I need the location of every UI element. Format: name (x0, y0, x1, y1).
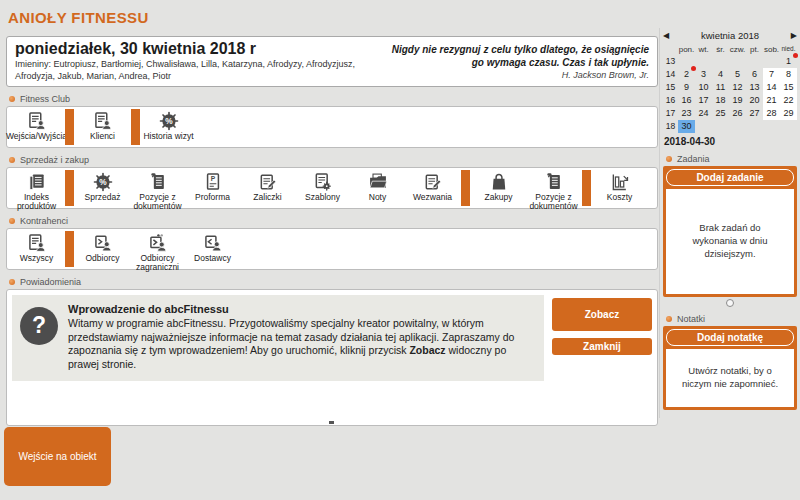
calendar-day-10[interactable]: 10 (695, 81, 712, 94)
calendar-empty-cell (729, 120, 746, 133)
toolbar-separator (461, 170, 470, 206)
section-label: Kontrahenci (20, 216, 68, 226)
notification-body: Witamy w programie abcFitnessu. Przygoto… (68, 317, 534, 372)
tool-item-label: Zakupy (485, 193, 513, 202)
calendar-day-16[interactable]: 16 (678, 94, 695, 107)
tool-item-dostawcy[interactable]: Dostawcy (185, 231, 240, 267)
calendar-day-4[interactable]: 4 (712, 68, 729, 81)
calendar-day-3[interactable]: 3 (695, 68, 712, 81)
calendar-empty-cell (746, 120, 763, 133)
products-index-icon (27, 172, 47, 192)
calendar-day-18[interactable]: 18 (712, 94, 729, 107)
calendar-day-header: śr. (712, 43, 729, 55)
section-label: Fitness Club (20, 94, 70, 104)
calendar-day-5[interactable]: 5 (729, 68, 746, 81)
facility-entry-button[interactable]: Wejście na obiekt (4, 427, 111, 486)
calendar-empty-cell (763, 55, 780, 68)
tool-item-proforma[interactable]: PProforma (185, 170, 240, 206)
tool-item-wszyscy[interactable]: Wszyscy (9, 231, 64, 267)
date-block: poniedziałek, 30 kwietnia 2018 r Imienin… (15, 40, 379, 82)
calendar-day-28[interactable]: 28 (763, 107, 780, 120)
panel-resize-grip[interactable] (329, 421, 334, 424)
calendar-day-header: czw. (729, 43, 746, 55)
add-note-button[interactable]: Dodaj notatkę (666, 329, 794, 346)
next-month-icon[interactable]: ▶ (783, 29, 797, 42)
tool-item-noty[interactable]: Noty (350, 170, 405, 206)
calendar-day-17[interactable]: 17 (695, 94, 712, 107)
tool-item-pozycje-z-dokumentów[interactable]: Pozycje z dokumentów (130, 170, 185, 206)
see-button[interactable]: Zobacz (552, 298, 652, 331)
add-task-button[interactable]: Dodaj zadanie (666, 169, 794, 186)
tool-item-label: Proforma (195, 193, 230, 202)
calendar-month-label: kwietnia 2018 (677, 30, 783, 41)
section-header-fitness-club: Fitness Club (9, 94, 655, 104)
section-label: Powiadomienia (20, 277, 81, 287)
notification-row: ? Wprowadzenie do abcFitnessu Witamy w p… (12, 295, 652, 381)
main-sidebar-splitter[interactable] (659, 28, 660, 418)
calendar-day-29[interactable]: 29 (780, 107, 797, 120)
sidebar-resize-handle[interactable] (726, 299, 734, 307)
prev-month-icon[interactable]: ◀ (663, 29, 677, 42)
calendar-day-14[interactable]: 14 (763, 81, 780, 94)
percent-badge-icon: % (159, 111, 179, 131)
section-header-notes: Notatki (666, 314, 794, 324)
close-button[interactable]: Zamknij (552, 338, 652, 355)
question-circle-icon: ? (20, 307, 58, 345)
calendar-day-13[interactable]: 13 (746, 81, 763, 94)
calendar-day-7[interactable]: 7 (763, 68, 780, 81)
notification-text-block: Wprowadzenie do abcFitnessu Witamy w pro… (68, 302, 534, 372)
tool-item-indeks-produktów[interactable]: Indeks produktów (9, 170, 64, 206)
tool-item-odbiorcy-zagraniczni[interactable]: Odbiorcy zagraniczni (130, 231, 185, 267)
tool-item-wejścia-wyjścia[interactable]: Wejścia/Wyjścia (9, 109, 64, 145)
supplier-in-icon (203, 233, 223, 253)
tool-item-klienci[interactable]: Klienci (75, 109, 130, 145)
calendar-day-20[interactable]: 20 (746, 94, 763, 107)
calendar-day-12[interactable]: 12 (729, 81, 746, 94)
tool-item-odbiorcy[interactable]: Odbiorcy (75, 231, 130, 267)
tool-item-zakupy[interactable]: Zakupy (471, 170, 526, 206)
calendar-day-25[interactable]: 25 (712, 107, 729, 120)
notification-body-bold: Zobacz (409, 344, 445, 356)
calendar-day-2[interactable]: 2 (678, 68, 695, 81)
tasks-empty-text: Brak zadań do wykonania w dniu dzisiejsz… (666, 189, 794, 294)
tool-item-wezwania[interactable]: Wezwania (405, 170, 460, 206)
percent-badge-icon: % (93, 172, 113, 192)
calendar-day-1[interactable]: 1 (780, 55, 797, 68)
calendar-day-30[interactable]: 30 (678, 120, 695, 133)
tool-item-pozycje-z-dokumentów[interactable]: Pozycje z dokumentów (526, 170, 581, 206)
calendar-day-6[interactable]: 6 (746, 68, 763, 81)
quote-text: Nigdy nie rezygnuj z celu tylko dlatego,… (391, 44, 649, 69)
tool-item-sprzedaż[interactable]: %Sprzedaż (75, 170, 130, 206)
section-bullet-icon (666, 156, 672, 162)
tool-item-szablony[interactable]: Szablony (295, 170, 350, 206)
calendar-day-11[interactable]: 11 (712, 81, 729, 94)
notes-panel: Dodaj notatkę Utwórz notatki, by o niczy… (663, 326, 797, 410)
calendar-day-9[interactable]: 9 (678, 81, 695, 94)
calendar-corner-cell (663, 43, 678, 55)
calendar-day-19[interactable]: 19 (729, 94, 746, 107)
clients-list-icon (27, 111, 47, 131)
notification-buttons: Zobacz Zamknij (552, 295, 652, 355)
tool-item-label: Indeks produktów (9, 193, 64, 212)
toolbar-separator (65, 109, 74, 145)
tool-item-label: Szablony (305, 193, 340, 202)
tool-item-koszty[interactable]: Koszty (592, 170, 647, 206)
tool-item-label: Zaliczki (253, 193, 281, 202)
calendar-day-21[interactable]: 21 (763, 94, 780, 107)
calendar-day-23[interactable]: 23 (678, 107, 695, 120)
toolbar-sales-purchase: Indeks produktów%SprzedażPozycje z dokum… (6, 167, 658, 209)
calendar-day-header: wt. (695, 43, 712, 55)
tool-item-label: Wszyscy (20, 254, 54, 263)
calendar-day-24[interactable]: 24 (695, 107, 712, 120)
calendar-day-27[interactable]: 27 (746, 107, 763, 120)
calendar-empty-cell (695, 120, 712, 133)
tool-item-zaliczki[interactable]: Zaliczki (240, 170, 295, 206)
tool-item-historia-wizyt[interactable]: %Historia wizyt (141, 109, 196, 145)
tool-item-label: Wezwania (413, 193, 452, 202)
calendar-day-15[interactable]: 15 (780, 81, 797, 94)
calendar-day-8[interactable]: 8 (780, 68, 797, 81)
calendar-day-22[interactable]: 22 (780, 94, 797, 107)
customer-out-icon (93, 233, 113, 253)
calendar-day-26[interactable]: 26 (729, 107, 746, 120)
declining-chart-icon (610, 172, 630, 192)
